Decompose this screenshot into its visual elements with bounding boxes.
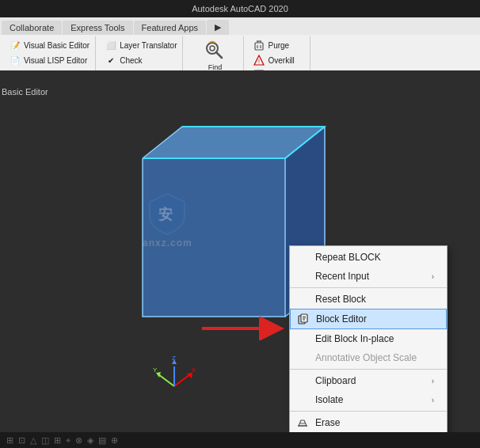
ribbon-btn-overkill[interactable]: ! Overkill xyxy=(250,53,307,67)
menu-item-block-editor-label: Block Editor xyxy=(316,313,433,325)
svg-line-2 xyxy=(216,52,222,58)
menu-item-repeat-block[interactable]: Repeat BLOCK xyxy=(290,248,447,267)
ribbon-btn-lisp-editor[interactable]: 📄 Visual LISP Editor xyxy=(6,53,92,67)
status-icon-5[interactable]: ⊞ xyxy=(54,435,61,446)
ribbon-btn-vba-editor[interactable]: 📝 Visual Basic Editor xyxy=(6,38,92,52)
tab-express-tools[interactable]: Express Tools xyxy=(63,21,132,35)
menu-item-reset-block[interactable]: Reset Block xyxy=(290,290,447,309)
menu-item-clipboard[interactable]: Clipboard › xyxy=(290,371,447,390)
check-icon: ✔ xyxy=(105,54,117,66)
svg-line-20 xyxy=(174,374,190,386)
menu-item-clipboard-label: Clipboard xyxy=(315,375,425,386)
separator-2 xyxy=(290,369,447,370)
status-icon-10[interactable]: ⊕ xyxy=(111,435,118,446)
reset-block-icon xyxy=(296,293,309,306)
svg-text:Y: Y xyxy=(153,366,158,374)
menu-item-repeat-block-label: Repeat BLOCK xyxy=(315,252,434,263)
tab-featured-apps[interactable]: Featured Apps xyxy=(134,21,207,35)
context-menu: Repeat BLOCK Recent Input › Reset Block … xyxy=(289,245,448,448)
ribbon-btn-purge[interactable]: Purge xyxy=(250,38,307,52)
menu-item-isolate-label: Isolate xyxy=(315,394,425,405)
clipboard-icon xyxy=(296,374,309,387)
status-icon-4[interactable]: ◫ xyxy=(41,435,49,446)
svg-text:X: X xyxy=(192,366,196,374)
svg-marker-14 xyxy=(143,158,285,317)
separator-1 xyxy=(290,287,447,288)
menu-item-annotative-scale: Annotative Object Scale xyxy=(290,348,447,367)
status-icon-8[interactable]: ◈ xyxy=(87,435,93,446)
isolate-arrow: › xyxy=(432,396,434,404)
isolate-icon xyxy=(296,393,309,406)
layer-translator-icon: ⬜ xyxy=(105,39,117,51)
block-editor-icon xyxy=(297,313,310,325)
status-icon-9[interactable]: ▤ xyxy=(98,435,106,446)
purge-icon xyxy=(253,39,265,51)
title-text: Autodesk AutoCAD 2020 xyxy=(192,4,288,13)
vba-editor-icon: 📝 xyxy=(9,39,21,51)
menu-item-edit-block-label: Edit Block In-place xyxy=(315,333,434,344)
menu-item-block-editor[interactable]: Block Editor xyxy=(290,309,447,329)
recent-input-arrow: › xyxy=(432,272,434,281)
status-bar: ⊞ ⊡ △ ◫ ⊞ ⌖ ⊗ ◈ ▤ ⊕ xyxy=(0,432,480,448)
svg-text:Z: Z xyxy=(172,355,176,362)
annotative-scale-icon xyxy=(296,351,309,364)
separator-3 xyxy=(290,411,447,412)
red-arrow xyxy=(198,317,293,343)
status-icon-3[interactable]: △ xyxy=(30,435,36,446)
title-bar: Autodesk AutoCAD 2020 xyxy=(0,0,480,17)
edit-block-inplace-icon xyxy=(296,332,309,345)
status-icon-2[interactable]: ⊡ xyxy=(18,435,25,446)
status-icon-6[interactable]: ⌖ xyxy=(66,435,70,446)
basic-editor-label: Basic Editor xyxy=(2,87,48,97)
tab-more[interactable]: ▶ xyxy=(207,20,229,35)
ribbon-btn-layer-translator[interactable]: ⬜ Layer Translator xyxy=(102,38,179,52)
clipboard-arrow: › xyxy=(432,377,434,385)
lisp-editor-icon: 📄 xyxy=(9,54,21,66)
menu-item-reset-block-label: Reset Block xyxy=(315,294,434,305)
menu-item-recent-input[interactable]: Recent Input › xyxy=(290,267,447,286)
recent-input-icon xyxy=(296,270,309,283)
svg-line-22 xyxy=(158,374,174,386)
tab-collaborate[interactable]: Collaborate xyxy=(2,21,62,35)
overkill-icon: ! xyxy=(253,54,265,66)
svg-text:!: ! xyxy=(258,59,260,64)
menu-item-recent-input-label: Recent Input xyxy=(315,271,425,282)
ribbon-tabs: Collaborate Express Tools Featured Apps … xyxy=(0,17,480,35)
status-icon-1[interactable]: ⊞ xyxy=(6,435,13,446)
find-icon[interactable] xyxy=(202,38,227,63)
menu-item-erase-label: Erase xyxy=(315,417,434,428)
menu-item-annotative-label: Annotative Object Scale xyxy=(315,352,434,363)
menu-item-edit-block-inplace[interactable]: Edit Block In-place xyxy=(290,329,447,348)
ribbon-btn-check[interactable]: ✔ Check xyxy=(102,53,179,67)
axis-indicator: X Y Z xyxy=(150,351,198,401)
menu-item-erase[interactable]: Erase xyxy=(290,413,447,432)
svg-rect-3 xyxy=(255,43,263,50)
status-icon-7[interactable]: ⊗ xyxy=(75,435,82,446)
erase-icon xyxy=(296,416,309,429)
menu-item-isolate[interactable]: Isolate › xyxy=(290,390,447,409)
svg-point-1 xyxy=(210,46,215,51)
repeat-block-icon xyxy=(296,251,309,264)
